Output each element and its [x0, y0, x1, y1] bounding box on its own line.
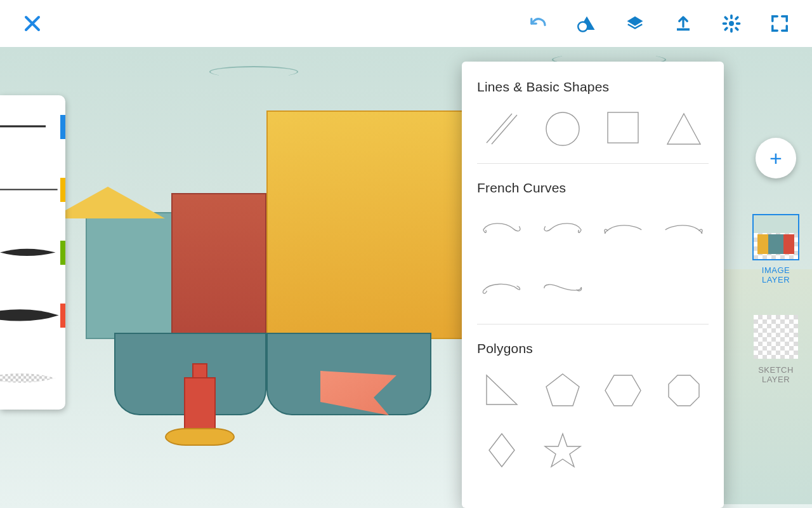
shapes-panel: Lines & Basic Shapes French Curves — [462, 62, 724, 508]
svg-rect-11 — [608, 112, 638, 143]
color-swatch-green[interactable] — [60, 241, 65, 265]
svg-line-9 — [492, 115, 517, 144]
square-shape[interactable] — [599, 109, 648, 149]
brush-fine-ink[interactable] — [0, 158, 65, 221]
layer-label-sketch: SKETCH LAYER — [747, 365, 805, 384]
top-toolbar — [0, 0, 812, 47]
pentagon-shape[interactable] — [538, 370, 587, 411]
svg-rect-1 — [677, 29, 690, 31]
layer-thumb-image[interactable] — [752, 214, 799, 260]
french-curve-3[interactable] — [599, 210, 648, 250]
line-shape[interactable] — [477, 109, 527, 149]
layer-label-image: IMAGE LAYER — [747, 265, 805, 284]
brush-panel — [0, 95, 65, 410]
section-title-polygons: Polygons — [477, 341, 709, 356]
french-curve-2[interactable] — [538, 210, 587, 250]
svg-point-2 — [729, 21, 734, 26]
diamond-shape[interactable] — [477, 430, 527, 471]
french-curve-1[interactable] — [477, 210, 527, 250]
svg-line-8 — [487, 114, 512, 143]
layer-thumb-sketch[interactable] — [752, 314, 799, 360]
section-title-basic: Lines & Basic Shapes — [477, 79, 709, 95]
add-layer-button[interactable]: + — [756, 138, 796, 178]
color-swatch-blue[interactable] — [60, 115, 65, 139]
star-shape[interactable] — [538, 430, 587, 471]
color-swatch-red[interactable] — [60, 304, 65, 328]
octagon-shape[interactable] — [659, 370, 709, 411]
shapes-button[interactable] — [577, 14, 596, 33]
export-button[interactable] — [674, 14, 693, 33]
section-title-french: French Curves — [477, 180, 709, 196]
circle-shape[interactable] — [538, 109, 587, 149]
french-curve-5[interactable] — [477, 269, 527, 310]
thumbnail-image-icon — [754, 215, 798, 259]
fullscreen-button[interactable] — [770, 14, 789, 33]
layers-panel: + IMAGE LAYER SKETCH LAYER — [747, 138, 805, 384]
french-curve-4[interactable] — [659, 210, 709, 250]
divider — [477, 324, 709, 324]
brush-marker[interactable] — [0, 221, 65, 284]
hexagon-shape[interactable] — [599, 370, 648, 411]
svg-point-0 — [578, 22, 587, 32]
close-button[interactable] — [23, 14, 42, 33]
svg-rect-3 — [0, 125, 46, 127]
triangle-shape[interactable] — [659, 109, 709, 149]
settings-button[interactable] — [722, 14, 741, 33]
undo-button[interactable] — [529, 14, 548, 33]
brush-pencil[interactable] — [0, 95, 65, 158]
brush-eraser[interactable] — [0, 347, 65, 410]
right-triangle-shape[interactable] — [477, 370, 527, 411]
color-swatch-yellow[interactable] — [60, 178, 65, 202]
plus-icon: + — [769, 146, 782, 171]
thumbnail-sketch-icon — [754, 315, 798, 359]
svg-point-10 — [546, 112, 579, 145]
divider — [477, 163, 709, 164]
layers-button[interactable] — [625, 14, 645, 33]
french-curve-6[interactable] — [538, 269, 587, 310]
brush-charcoal[interactable] — [0, 284, 65, 347]
